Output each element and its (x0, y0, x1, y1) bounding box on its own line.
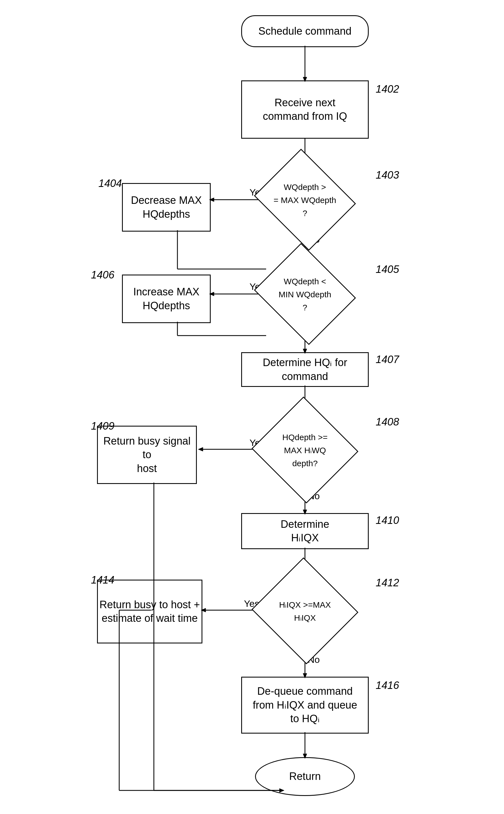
node-1412: HᵢIQX >=MAX HᵢIQX (251, 558, 358, 664)
flowchart-diagram: Yes No Yes No Yes No Yes No Schedule com… (0, 0, 504, 814)
label-1405: 1405 (376, 263, 399, 275)
label-1403: 1403 (376, 169, 399, 181)
node-1402: Receive next command from IQ (241, 80, 369, 139)
label-1416: 1416 (376, 680, 399, 691)
label-1406: 1406 (91, 269, 114, 281)
svg-marker-19 (198, 448, 203, 451)
node-1410: Determine HᵢIQX (241, 513, 369, 549)
node-1414: Return busy to host + estimate of wait t… (97, 580, 202, 644)
node-1405: WQdepth < MIN WQdepth ? (254, 243, 356, 345)
label-1409: 1409 (91, 420, 114, 432)
node-1407: Determine HQᵢ for command (241, 352, 369, 387)
label-1414: 1414 (91, 574, 114, 586)
node-1403: WQdepth > = MAX WQdepth ? (254, 149, 356, 251)
node-1406: Increase MAX HQdepths (122, 274, 211, 323)
node-1416: De-queue command from HᵢIQX and queue to… (241, 677, 369, 734)
end-node: Return (255, 757, 355, 796)
node-1409: Return busy signal to host (97, 426, 197, 484)
node-1404: Decrease MAX HQdepths (122, 183, 211, 231)
label-1410: 1410 (376, 515, 399, 527)
label-1408: 1408 (376, 416, 399, 428)
node-1408: HQdepth >= MAX HᵢWQ depth? (251, 396, 358, 504)
label-1402: 1402 (376, 83, 399, 95)
start-node: Schedule command (241, 15, 369, 47)
label-1412: 1412 (376, 577, 399, 589)
label-1404: 1404 (98, 177, 122, 189)
label-1407: 1407 (376, 353, 399, 365)
